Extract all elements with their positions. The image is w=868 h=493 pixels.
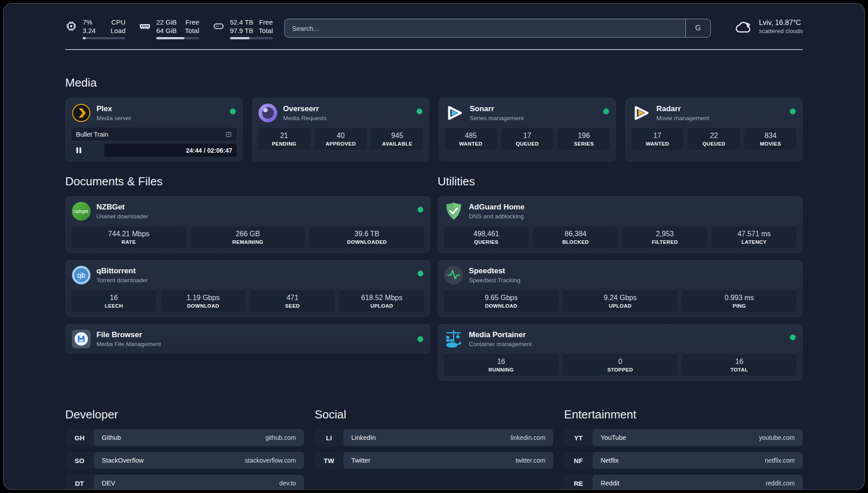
disk-total-label: Total bbox=[259, 26, 273, 35]
app-subtitle: Media File Management bbox=[96, 341, 161, 347]
disk-free-label: Free bbox=[259, 18, 273, 26]
now-playing-title: Bullet Train bbox=[76, 131, 108, 138]
stat-tile: 16RUNNING bbox=[444, 354, 559, 376]
stat-tile: 22QUEUED bbox=[688, 128, 740, 150]
stat-tile: 9.65 GbpsDOWNLOAD bbox=[444, 290, 559, 312]
bookmark-url: reddit.com bbox=[766, 480, 795, 487]
app-card-nzbget[interactable]: nzbget NZBGet Usenet downloader 744.21 M… bbox=[65, 196, 430, 253]
bookmark-abbr: GH bbox=[65, 429, 94, 446]
app-card-adguard[interactable]: AdGuard Home DNS and adblocking 498,461Q… bbox=[438, 196, 803, 253]
section-title-media: Media bbox=[65, 76, 803, 90]
nzbget-icon: nzbget bbox=[71, 201, 91, 221]
disk-progress bbox=[230, 37, 273, 39]
status-online-dot bbox=[417, 109, 422, 114]
app-name: qBittorrent bbox=[96, 267, 148, 276]
disk-icon bbox=[213, 20, 225, 32]
status-online-dot bbox=[417, 207, 423, 213]
app-name: Radarr bbox=[656, 104, 709, 113]
playback-progress-bar[interactable]: 24:44 / 02:06:47 bbox=[71, 144, 237, 157]
bookmark-link-youtube[interactable]: YT YouTube youtube.com bbox=[564, 429, 803, 446]
dashboard: 7% CPU 3.24 Load bbox=[3, 3, 865, 490]
section-title-documents: Documents & Files bbox=[65, 175, 430, 188]
cpu-usage: 7% bbox=[83, 18, 92, 26]
weather-location: Lviv, 16.87°C bbox=[759, 19, 803, 27]
bookmark-link-reddit[interactable]: RE Reddit reddit.com bbox=[564, 475, 803, 490]
media-grid: Plex Media server Bullet Train 24:44 / 0… bbox=[65, 98, 803, 162]
status-online-dot bbox=[603, 109, 609, 114]
bookmark-link-netflix[interactable]: NF Netflix netflix.com bbox=[564, 452, 803, 469]
bookmark-url: dev.to bbox=[280, 480, 296, 487]
ram-icon bbox=[139, 20, 151, 32]
bookmark-link-stackoverflow[interactable]: SO StackOverflow stackoverflow.com bbox=[65, 452, 304, 469]
stat-tile: 471SEED bbox=[250, 290, 335, 312]
stat-tile: 16TOTAL bbox=[682, 354, 797, 376]
stat-tile: 498,461QUERIES bbox=[444, 226, 529, 248]
app-subtitle: Movie management bbox=[656, 115, 709, 121]
app-name: Media Portainer bbox=[469, 330, 532, 339]
bookmark-link-github[interactable]: GH Github github.com bbox=[65, 429, 304, 446]
app-subtitle: Container management bbox=[469, 341, 532, 347]
bookmark-group-developer: Developer GH Github github.com SO StackO… bbox=[65, 408, 304, 490]
documents-column: Documents & Files nzbget bbox=[65, 175, 430, 381]
stat-tile: 9.24 GbpsUPLOAD bbox=[563, 290, 678, 312]
cpu-stat: 7% CPU 3.24 Load bbox=[65, 18, 125, 39]
app-card-radarr[interactable]: Radarr Movie management 17WANTED 22QUEUE… bbox=[625, 98, 803, 162]
app-name: Sonarr bbox=[470, 104, 524, 113]
bookmark-name: Twitter bbox=[351, 457, 371, 464]
stat-tile: 2,953FILTERED bbox=[622, 226, 707, 248]
cpu-icon bbox=[65, 20, 77, 32]
app-card-sonarr[interactable]: Sonarr Series management 485WANTED 17QUE… bbox=[438, 98, 616, 162]
bookmark-url: linkedin.com bbox=[511, 434, 546, 441]
search-engine-button[interactable]: G bbox=[685, 19, 710, 37]
bookmark-url: github.com bbox=[265, 434, 296, 441]
bookmark-abbr: RE bbox=[564, 475, 593, 490]
status-online-dot bbox=[230, 109, 236, 114]
weather-widget: Lviv, 16.87°C scattered clouds bbox=[735, 19, 803, 34]
bookmark-link-linkedin[interactable]: LI LinkedIn linkedin.com bbox=[315, 429, 554, 446]
app-card-speedtest[interactable]: Speedtest Speedtest Tracking 9.65 GbpsDO… bbox=[438, 260, 803, 317]
bookmark-url: twitter.com bbox=[515, 457, 545, 464]
app-name: AdGuard Home bbox=[469, 203, 525, 212]
stat-tile: 86,384BLOCKED bbox=[533, 226, 618, 248]
stat-tile: 945AVAILABLE bbox=[371, 128, 423, 150]
stat-tile: 618.52 MbpsUPLOAD bbox=[339, 290, 424, 312]
app-card-plex[interactable]: Plex Media server Bullet Train 24:44 / 0… bbox=[65, 98, 243, 162]
section-title-entertainment: Entertainment bbox=[564, 408, 803, 422]
session-cast-icon[interactable] bbox=[225, 131, 232, 138]
section-title-utilities: Utilities bbox=[438, 175, 803, 188]
stat-tile: 16LEECH bbox=[71, 290, 156, 312]
status-online-dot bbox=[417, 271, 423, 276]
stat-tile: 17QUEUED bbox=[501, 128, 554, 150]
app-card-filebrowser[interactable]: File Browser Media File Management bbox=[65, 324, 430, 354]
svg-text:nzbget: nzbget bbox=[74, 209, 88, 214]
cpu-load: 3.24 bbox=[83, 26, 96, 35]
header: 7% CPU 3.24 Load bbox=[65, 4, 803, 39]
bookmark-group-entertainment: Entertainment YT YouTube youtube.com NF … bbox=[564, 408, 803, 490]
utilities-column: Utilities AdGuard Home DNS bbox=[438, 175, 803, 381]
memory-progress bbox=[156, 37, 199, 39]
radarr-icon bbox=[631, 103, 651, 123]
bookmark-abbr: TW bbox=[315, 452, 343, 469]
bookmark-abbr: YT bbox=[564, 429, 593, 446]
bookmark-link-twitter[interactable]: TW Twitter twitter.com bbox=[315, 452, 554, 469]
stat-tile: 0.993 msPING bbox=[682, 290, 797, 312]
app-card-portainer[interactable]: Media Portainer Container management 16R… bbox=[438, 324, 803, 381]
pause-icon[interactable] bbox=[76, 147, 81, 153]
playback-time: 24:44 / 02:06:47 bbox=[186, 147, 232, 154]
bookmark-name: Github bbox=[102, 434, 121, 441]
memory-stat: 22 GiB Free 64 GiB Total bbox=[139, 18, 199, 39]
stat-tile: 834MOVIES bbox=[744, 128, 797, 150]
app-card-overseerr[interactable]: Overseerr Media Requests 21PENDING 40APP… bbox=[252, 98, 430, 162]
bookmark-name: DEV bbox=[102, 480, 115, 487]
stat-tile: 17WANTED bbox=[631, 128, 684, 150]
adguard-icon bbox=[444, 201, 463, 221]
app-card-qbittorrent[interactable]: qb qBittorrent Torrent downloader 16LEEC… bbox=[65, 260, 430, 317]
stat-tile: 0STOPPED bbox=[563, 354, 678, 376]
stat-tile: 21PENDING bbox=[258, 128, 310, 150]
bookmark-link-dev[interactable]: DT DEV dev.to bbox=[65, 475, 304, 490]
disk-stat: 52.4 TB Free 97.9 TB Total bbox=[213, 18, 273, 39]
now-playing-row: Bullet Train bbox=[71, 128, 237, 141]
search-input[interactable] bbox=[285, 19, 685, 37]
sonarr-icon bbox=[445, 103, 464, 123]
header-divider bbox=[65, 49, 803, 50]
